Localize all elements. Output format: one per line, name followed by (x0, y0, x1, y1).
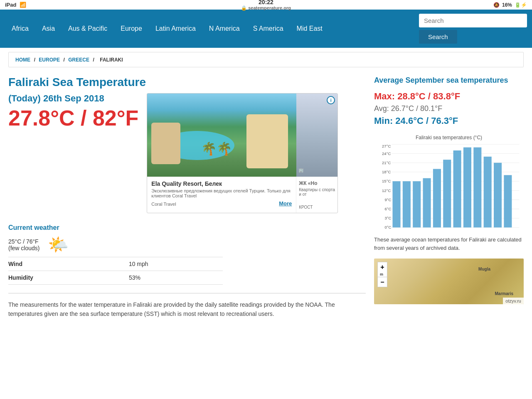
current-weather-label: Current weather (8, 224, 366, 232)
ad-more-link[interactable]: More (279, 200, 292, 207)
humidity-value: 53% (129, 271, 223, 285)
temp-min: Min: 24.6°C / 76.3°F (374, 116, 524, 126)
ad-side-title: ЖК «Но (299, 180, 335, 186)
ad-side-text: ЖК «Но Квартиры с спорта и от КРОСТ (296, 177, 337, 213)
svg-text:21°C: 21°C (382, 160, 391, 165)
ad-side-content: 🏢 (298, 168, 303, 172)
map-label-marmaris: Marmaris (495, 291, 513, 296)
breadcrumb-current: FALIRAKI (100, 57, 123, 63)
chart-bar-jun (443, 160, 451, 228)
status-bar: iPad 📶 20:22 🔒 seatemperature.org 🔕 16% … (0, 0, 532, 10)
nav-item-asia[interactable]: Asia (35, 16, 62, 42)
chart-bar-aug (463, 148, 471, 228)
chart-bar-dec (504, 175, 512, 228)
ad-trees: 🌴🌴 (201, 141, 232, 156)
nav-item-aus-pacific[interactable]: Aus & Pacific (62, 16, 114, 42)
breadcrumb-sep1: / (34, 57, 37, 63)
humidity-row: Humidity 53% (8, 271, 223, 285)
battery-indicator: 🔋⚡ (515, 2, 527, 8)
status-center-group: 20:22 🔒 seatemperature.org (241, 0, 291, 11)
chart-bar-apr (423, 178, 431, 228)
svg-text:9°C: 9°C (384, 197, 391, 202)
nav-item-latin-america[interactable]: Latin America (149, 16, 202, 42)
chart-bar-nov (494, 163, 502, 228)
ad-main-text: Ela Quality Resort, Белек Эксклюзивные п… (147, 177, 296, 213)
wind-label: Wind (8, 257, 129, 271)
weather-desc: (few clouds) (8, 245, 39, 251)
ad-building (246, 114, 288, 168)
chart-bar-feb (403, 182, 411, 228)
page-title: Faliraki Sea Temperature (8, 76, 366, 89)
wifi-icon: 📶 (20, 2, 26, 8)
nav-search-area: Search (419, 10, 527, 48)
status-left: iPad 📶 (5, 2, 26, 8)
ad-images: 🌴🌴 🏢 (147, 94, 337, 177)
chart-bar-jul (453, 150, 461, 227)
humidity-label: Humidity (8, 271, 129, 285)
temperature-main: 27.8°C / 82°F (8, 106, 138, 130)
chart-bar-sep (473, 148, 481, 228)
date-label: (Today) 26th Sep 2018 (8, 93, 138, 104)
svg-text:27°C: 27°C (382, 144, 391, 148)
weather-icon: 🌤️ (48, 235, 69, 254)
search-button[interactable]: Search (419, 30, 457, 44)
main-content: Faliraki Sea Temperature (Today) 26th Se… (0, 71, 532, 323)
status-url: 🔒 seatemperature.org (241, 5, 291, 11)
avg-title: Average September sea temperatures (374, 76, 524, 85)
svg-text:15°C: 15°C (382, 179, 391, 184)
breadcrumb-sep2: / (64, 57, 66, 63)
ad-container: i 🌴🌴 🏢 (147, 93, 338, 213)
battery-icon: 🔕 (493, 2, 500, 8)
map-background: + m − Mugla Marmaris otzyv.ru (374, 259, 524, 304)
temp-section: (Today) 26th Sep 2018 27.8°C / 82°F (8, 93, 138, 137)
map-label-mugla: Mugla (478, 267, 490, 271)
svg-text:6°C: 6°C (384, 207, 391, 211)
nav-item-africa[interactable]: Africa (5, 16, 35, 42)
map-zoom-in[interactable]: + (377, 262, 387, 272)
weather-temp: 25°C / 76°F (8, 238, 39, 245)
svg-text:0°C: 0°C (384, 225, 391, 230)
status-time: 20:22 (259, 0, 273, 5)
temperature-chart: 0°C 3°C 6°C 9°C 12°C 15°C 18°C 21°C 24°C… (374, 143, 524, 231)
chart-container: Faliraki sea temperatures (°C) 0°C 3°C 6… (374, 135, 524, 252)
ad-building2 (151, 123, 180, 164)
map-unit: m (377, 272, 387, 277)
svg-text:18°C: 18°C (382, 170, 391, 174)
svg-text:24°C: 24°C (382, 151, 391, 156)
temp-avg: Avg: 26.7°C / 80.1°F (374, 104, 524, 113)
ad-text-row: Ela Quality Resort, Белек Эксклюзивные п… (147, 177, 337, 213)
left-column: Faliraki Sea Temperature (Today) 26th Se… (8, 76, 366, 319)
temp-max: Max: 28.8°C / 83.8°F (374, 91, 524, 102)
breadcrumb-europe[interactable]: EUROPE (39, 57, 60, 63)
chart-bar-jan (392, 182, 400, 228)
navbar: Africa Asia Aus & Pacific Europe Latin A… (0, 10, 532, 48)
search-input[interactable] (419, 14, 527, 27)
nav-item-s-america[interactable]: S America (246, 16, 290, 42)
svg-text:3°C: 3°C (384, 216, 391, 221)
nav-item-mid-east[interactable]: Mid East (290, 16, 329, 42)
map-controls: + m − (377, 262, 387, 287)
ad-side-desc: Квартиры с спорта и от (299, 187, 335, 197)
nav-item-europe[interactable]: Europe (114, 16, 149, 42)
chart-caption: These average ocean temperatures for Fal… (374, 236, 524, 252)
map-zoom-out[interactable]: − (377, 277, 387, 287)
ad-main-image: 🌴🌴 (147, 94, 296, 177)
ipad-label: iPad (5, 2, 16, 8)
breadcrumb-home[interactable]: HOME (15, 57, 30, 63)
breadcrumb-greece[interactable]: GREECE (68, 57, 89, 63)
wind-row: Wind 10 mph (8, 257, 223, 271)
ad-advertiser: Coral Travel (151, 202, 176, 207)
bottom-text: The measurements for the water temperatu… (8, 293, 366, 319)
breadcrumb: HOME / EUROPE / GREECE / FALIRAKI (8, 52, 524, 67)
weather-temp-desc: 25°C / 76°F (few clouds) (8, 238, 48, 251)
weather-row: 25°C / 76°F (few clouds) 🌤️ (8, 235, 366, 254)
status-right: 🔕 16% 🔋⚡ (493, 2, 527, 8)
ad-side-advertiser: КРОСТ (299, 205, 335, 209)
nav-item-n-america[interactable]: N America (202, 16, 246, 42)
weather-details-table: Wind 10 mph Humidity 53% (8, 257, 223, 285)
chart-title: Faliraki sea temperatures (°C) (374, 135, 524, 140)
ad-title: Ela Quality Resort, Белек (151, 180, 292, 187)
current-weather-section: Current weather 25°C / 76°F (few clouds)… (8, 224, 366, 285)
right-column: Average September sea temperatures Max: … (374, 76, 524, 319)
chart-bar-mar (413, 182, 421, 228)
